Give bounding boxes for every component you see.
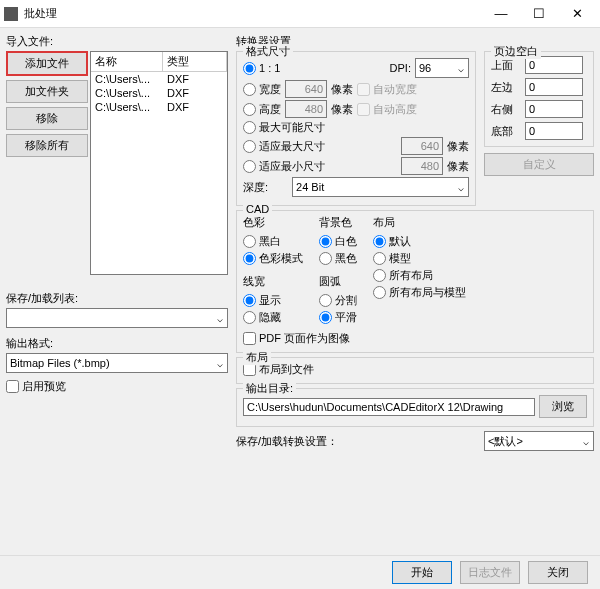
pdf-img-check[interactable]: PDF 页面作为图像 — [243, 331, 587, 346]
hide-radio[interactable]: 隐藏 — [243, 310, 303, 325]
depth-label: 深度: — [243, 180, 268, 195]
all-model-radio[interactable]: 所有布局与模型 — [373, 285, 466, 300]
remove-all-button[interactable]: 移除所有 — [6, 134, 88, 157]
fit-max-radio[interactable]: 适应最大尺寸 — [243, 139, 325, 154]
outdir-input[interactable] — [243, 398, 535, 416]
margin-group-title: 页边空白 — [491, 44, 541, 59]
lw-label: 线宽 — [243, 274, 303, 289]
top-label: 上面 — [491, 58, 519, 73]
width-input[interactable] — [285, 80, 327, 98]
auto-width-check[interactable]: 自动宽度 — [357, 82, 417, 97]
maximize-button[interactable]: ☐ — [520, 0, 558, 28]
cad-group-title: CAD — [243, 203, 272, 215]
bw-radio[interactable]: 黑白 — [243, 234, 303, 249]
remove-button[interactable]: 移除 — [6, 107, 88, 130]
default-radio[interactable]: 默认 — [373, 234, 466, 249]
bg-label: 背景色 — [319, 215, 357, 230]
minimize-button[interactable]: — — [482, 0, 520, 28]
margin-right-input[interactable] — [525, 100, 583, 118]
ratio-radio[interactable]: 1 : 1 — [243, 62, 280, 75]
px-label: 像素 — [331, 82, 353, 97]
file-list[interactable]: 名称 类型 C:\Users\...DXF C:\Users\...DXF C:… — [90, 51, 228, 275]
height-radio[interactable]: 高度 — [243, 102, 281, 117]
save-list-label: 保存/加载列表: — [6, 291, 228, 306]
output-fmt-label: 输出格式: — [6, 336, 228, 351]
add-file-button[interactable]: 添加文件 — [6, 51, 88, 76]
height-input[interactable] — [285, 100, 327, 118]
preview-check[interactable]: 启用预览 — [6, 379, 228, 394]
width-radio[interactable]: 宽度 — [243, 82, 281, 97]
close-dialog-button[interactable]: 关闭 — [528, 561, 588, 584]
table-row[interactable]: C:\Users\...DXF — [91, 72, 227, 86]
right-label: 右侧 — [491, 102, 519, 117]
close-button[interactable]: ✕ — [558, 0, 596, 28]
white-radio[interactable]: 白色 — [319, 234, 357, 249]
black-radio[interactable]: 黑色 — [319, 251, 357, 266]
all-layouts-radio[interactable]: 所有布局 — [373, 268, 466, 283]
browse-button[interactable]: 浏览 — [539, 395, 587, 418]
fit-min-input[interactable] — [401, 157, 443, 175]
log-button[interactable]: 日志文件 — [460, 561, 520, 584]
auto-height-check[interactable]: 自动高度 — [357, 102, 417, 117]
start-button[interactable]: 开始 — [392, 561, 452, 584]
format-group-title: 格式尺寸 — [243, 44, 293, 59]
show-radio[interactable]: 显示 — [243, 293, 303, 308]
smooth-radio[interactable]: 平滑 — [319, 310, 357, 325]
import-label: 导入文件: — [6, 34, 228, 49]
split-radio[interactable]: 分割 — [319, 293, 357, 308]
dpi-label: DPI: — [390, 62, 411, 74]
output-format-combo[interactable]: Bitmap Files (*.bmp) — [6, 353, 228, 373]
save-conv-combo[interactable]: <默认> — [484, 431, 594, 451]
table-row[interactable]: C:\Users\...DXF — [91, 100, 227, 114]
layout2-title: 布局 — [243, 350, 271, 365]
max-possible-radio[interactable]: 最大可能尺寸 — [243, 120, 325, 135]
window-title: 批处理 — [24, 6, 482, 21]
layout-label: 布局 — [373, 215, 466, 230]
arc-label: 圆弧 — [319, 274, 357, 289]
color-radio[interactable]: 色彩模式 — [243, 251, 303, 266]
model-radio[interactable]: 模型 — [373, 251, 466, 266]
margin-left-input[interactable] — [525, 78, 583, 96]
table-row[interactable]: C:\Users\...DXF — [91, 86, 227, 100]
app-icon — [4, 7, 18, 21]
col-name: 名称 — [91, 52, 163, 71]
fit-min-radio[interactable]: 适应最小尺寸 — [243, 159, 325, 174]
depth-combo[interactable]: 24 Bit — [292, 177, 469, 197]
col-type: 类型 — [163, 52, 227, 71]
dpi-combo[interactable]: 96 — [415, 58, 469, 78]
color-label: 色彩 — [243, 215, 303, 230]
left-label: 左边 — [491, 80, 519, 95]
save-list-combo[interactable] — [6, 308, 228, 328]
save-conv-label: 保存/加载转换设置： — [236, 434, 338, 449]
layout-to-file-check[interactable]: 布局到文件 — [243, 362, 587, 377]
bottom-label: 底部 — [491, 124, 519, 139]
margin-bottom-input[interactable] — [525, 122, 583, 140]
custom-button[interactable]: 自定义 — [484, 153, 594, 176]
add-folder-button[interactable]: 加文件夹 — [6, 80, 88, 103]
fit-max-input[interactable] — [401, 137, 443, 155]
outdir-label: 输出目录: — [243, 381, 296, 396]
